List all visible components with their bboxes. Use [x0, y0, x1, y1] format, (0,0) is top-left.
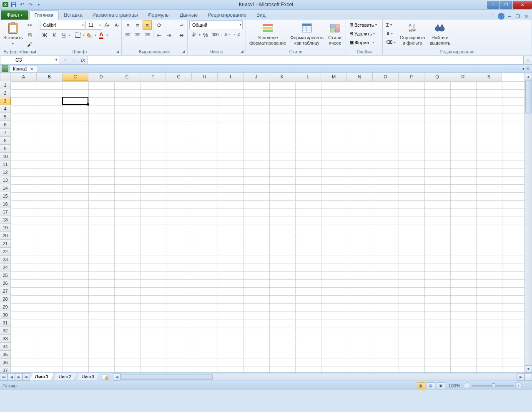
tab-home[interactable]: Главная	[29, 10, 59, 20]
row-header[interactable]: 25	[0, 271, 11, 279]
row-header[interactable]: 14	[0, 184, 11, 192]
fx-icon[interactable]: fx	[78, 56, 88, 64]
undo-icon[interactable]: ↶	[18, 1, 26, 8]
view-normal-icon[interactable]: ▦	[417, 382, 425, 389]
redo-icon[interactable]: ↷	[27, 1, 34, 8]
row-header[interactable]: 26	[0, 279, 11, 287]
column-header[interactable]: B	[37, 73, 63, 81]
scroll-thumb[interactable]	[525, 80, 532, 113]
wrap-text-icon[interactable]: ⤶	[176, 20, 187, 30]
align-top-icon[interactable]: ≡	[123, 20, 133, 30]
row-header[interactable]: 24	[0, 264, 11, 271]
row-header[interactable]: 11	[0, 161, 11, 168]
sheet-nav-first-icon[interactable]: ⏮	[0, 373, 8, 381]
view-page-layout-icon[interactable]: ▤	[427, 382, 435, 389]
sheet-tab[interactable]: Лист3	[76, 373, 100, 380]
align-right-icon[interactable]	[143, 30, 152, 40]
row-header[interactable]: 3	[0, 97, 11, 105]
orientation-icon[interactable]: ⟳	[155, 20, 164, 30]
row-header[interactable]: 30	[0, 311, 11, 319]
zoom-level[interactable]: 100%	[449, 383, 460, 388]
column-header[interactable]: C	[63, 73, 88, 81]
conditional-formatting-button[interactable]: Условное форматирование	[248, 20, 288, 46]
row-header[interactable]: 6	[0, 121, 11, 129]
dialog-launcher-icon[interactable]: ◢	[181, 48, 186, 54]
column-header[interactable]: K	[269, 73, 295, 81]
horizontal-scrollbar[interactable]: ◀ ▶	[113, 373, 524, 381]
formula-input[interactable]	[88, 56, 524, 64]
column-header[interactable]: R	[450, 73, 476, 81]
tab-data[interactable]: Данные	[175, 10, 203, 20]
cancel-icon[interactable]: ✕	[60, 56, 69, 64]
row-header[interactable]: 27	[0, 287, 11, 295]
resize-grip-icon[interactable]: ⋰	[524, 383, 529, 388]
row-header[interactable]: 34	[0, 343, 11, 351]
zoom-in-icon[interactable]: +	[515, 382, 522, 389]
find-select-button[interactable]: Найти и выделить	[427, 20, 452, 46]
wb-close-all-icon[interactable]: ✕	[526, 66, 529, 71]
row-header[interactable]: 31	[0, 319, 11, 327]
cell-styles-button[interactable]: Стили ячеек	[326, 20, 344, 46]
scroll-left-icon[interactable]: ◀	[113, 373, 120, 381]
tab-view[interactable]: Вид	[251, 10, 271, 20]
shrink-font-icon[interactable]: A▾	[112, 20, 121, 30]
column-header[interactable]: E	[114, 73, 140, 81]
italic-icon[interactable]: К	[50, 30, 59, 40]
align-left-icon[interactable]	[123, 30, 133, 40]
column-header[interactable]: S	[476, 73, 502, 81]
column-header[interactable]: F	[140, 73, 166, 81]
row-header[interactable]: 29	[0, 303, 11, 311]
workbook-tab[interactable]: Книга1✕	[9, 65, 37, 72]
help-icon[interactable]: ?	[498, 13, 504, 20]
row-header[interactable]: 10	[0, 153, 11, 161]
sheet-nav-last-icon[interactable]: ⏭	[23, 373, 30, 381]
doc-minimize-icon[interactable]: ─	[506, 13, 513, 20]
column-header[interactable]: L	[295, 73, 321, 81]
excel-icon[interactable]: X	[2, 1, 9, 8]
row-header[interactable]: 7	[0, 129, 11, 137]
row-header[interactable]: 13	[0, 176, 11, 184]
column-header[interactable]: J	[243, 73, 269, 81]
clear-button[interactable]: ⌫▾	[384, 38, 397, 47]
row-header[interactable]: 22	[0, 248, 11, 256]
font-color-icon[interactable]: А	[97, 30, 106, 40]
select-all-corner[interactable]	[0, 73, 11, 81]
fill-color-icon[interactable]	[85, 30, 94, 40]
dialog-launcher-icon[interactable]: ◢	[115, 48, 120, 54]
row-header[interactable]: 9	[0, 145, 11, 153]
row-header[interactable]: 18	[0, 216, 11, 224]
decrease-decimal-icon[interactable]: ←.0	[232, 30, 241, 39]
copy-icon[interactable]: ⎘	[25, 30, 35, 39]
column-header[interactable]: A	[11, 73, 37, 81]
workbook-close-icon[interactable]: ✕	[30, 67, 33, 71]
row-header[interactable]: 1	[0, 81, 11, 89]
cut-icon[interactable]: ✂	[25, 20, 35, 30]
scroll-thumb[interactable]	[121, 374, 213, 380]
tab-review[interactable]: Рецензирование	[203, 10, 251, 20]
row-header[interactable]: 33	[0, 335, 11, 343]
underline-icon[interactable]: Ч	[59, 30, 68, 40]
minimize-ribbon-icon[interactable]: ˆ	[489, 13, 496, 20]
accounting-icon[interactable]: ₽	[189, 30, 198, 39]
tab-insert[interactable]: Вставка	[59, 10, 88, 20]
row-header[interactable]: 19	[0, 224, 11, 232]
row-header[interactable]: 23	[0, 256, 11, 264]
increase-indent-icon[interactable]: ⇥	[164, 30, 173, 40]
row-header[interactable]: 28	[0, 295, 11, 303]
new-sheet-icon[interactable]	[101, 374, 109, 380]
minimize-button[interactable]: ─	[487, 1, 499, 9]
close-button[interactable]: ✕	[513, 1, 532, 9]
align-center-icon[interactable]	[133, 30, 142, 40]
zoom-slider[interactable]	[472, 385, 514, 387]
row-header[interactable]: 36	[0, 359, 11, 367]
save-icon[interactable]	[10, 1, 18, 8]
name-box[interactable]: C3▾	[1, 56, 59, 64]
row-header[interactable]: 8	[0, 137, 11, 145]
column-header[interactable]: Q	[424, 73, 450, 81]
column-header[interactable]: M	[321, 73, 347, 81]
row-header[interactable]: 4	[0, 105, 11, 113]
insert-cells-button[interactable]: ⊞Вставить▾	[348, 20, 379, 29]
zoom-thumb[interactable]	[492, 383, 495, 388]
comma-icon[interactable]: 000	[211, 30, 220, 39]
file-tab[interactable]: Файл▾	[1, 10, 28, 20]
